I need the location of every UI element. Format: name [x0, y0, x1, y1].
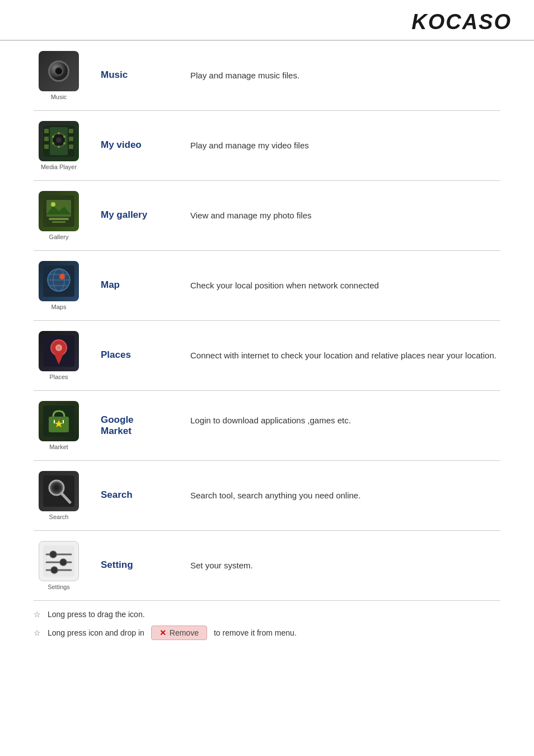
app-info-search: Search Search tool, search anything you … — [101, 489, 500, 502]
settings-icon — [39, 541, 79, 581]
music-name: Music — [101, 69, 174, 81]
list-item[interactable]: Places Places Connect with internet to c… — [34, 321, 500, 391]
search-icon-label: Search — [49, 514, 69, 520]
map-icon — [39, 261, 79, 301]
svg-point-9 — [56, 137, 62, 143]
svg-rect-5 — [69, 137, 73, 141]
footer-note-2: ☆ Long press icon and drop in ✕ Remove t… — [34, 626, 500, 640]
list-item[interactable]: Music Music Play and manage music files. — [34, 41, 500, 111]
music-icon-label: Music — [51, 94, 67, 100]
list-item[interactable]: Settings Setting Set your system. — [34, 531, 500, 601]
app-icon-wrap-gallery: Gallery — [34, 191, 84, 240]
svg-rect-4 — [69, 129, 73, 133]
market-desc: Login to download applications ,games et… — [190, 414, 500, 427]
gallery-icon-label: Gallery — [49, 234, 69, 240]
gallery-icon — [39, 191, 79, 231]
mediaplayer-icon — [39, 121, 79, 161]
svg-rect-1 — [44, 129, 49, 133]
svg-point-10 — [58, 132, 60, 134]
star-icon-2: ☆ — [34, 628, 41, 637]
search-icon — [39, 471, 79, 511]
list-item[interactable]: Media Player My video Play and manage my… — [34, 111, 500, 181]
page-header: KOCASO — [0, 0, 534, 41]
places-icon-label: Places — [49, 374, 68, 380]
app-icon-wrap-search: Search — [34, 471, 84, 520]
footer-notes: ☆ Long press to drag the icon. ☆ Long pr… — [0, 601, 534, 658]
footer-note-1-text: Long press to drag the icon. — [48, 610, 145, 619]
svg-point-13 — [52, 142, 54, 144]
map-name: Map — [101, 279, 174, 291]
footer-note-2-suffix: to remove it from menu. — [214, 628, 297, 637]
settings-desc: Set your system. — [190, 559, 500, 572]
list-item[interactable]: Gallery My gallery View and manage my ph… — [34, 181, 500, 251]
search-name: Search — [101, 489, 174, 501]
app-icon-wrap-market: Market — [34, 401, 84, 450]
app-info-gallery: My gallery View and manage my photo file… — [101, 209, 500, 222]
places-desc: Connect with internet to check your loca… — [190, 349, 500, 362]
app-info-settings: Setting Set your system. — [101, 559, 500, 572]
svg-point-11 — [58, 146, 60, 148]
svg-rect-45 — [43, 545, 74, 577]
map-desc: Check your local position when network c… — [190, 279, 500, 292]
app-icon-wrap-places: Places — [34, 331, 84, 380]
music-desc: Play and manage music files. — [190, 69, 500, 82]
app-info-market: GoogleMarket Login to download applicati… — [101, 414, 500, 437]
gallery-name: My gallery — [101, 209, 174, 221]
settings-icon-label: Settings — [48, 584, 70, 590]
remove-label: Remove — [170, 628, 199, 637]
app-list: Music Music Play and manage music files. — [0, 41, 534, 601]
remove-button[interactable]: ✕ Remove — [151, 626, 207, 640]
footer-note-2-prefix: Long press icon and drop in — [48, 628, 144, 637]
market-name: GoogleMarket — [101, 414, 174, 437]
list-item[interactable]: Search Search Search tool, search anythi… — [34, 461, 500, 531]
svg-point-14 — [63, 136, 65, 138]
svg-rect-2 — [44, 137, 49, 141]
svg-point-19 — [51, 202, 55, 207]
music-icon — [39, 51, 79, 91]
market-icon — [39, 401, 79, 441]
brand-logo: KOCASO — [411, 10, 512, 34]
remove-x-icon: ✕ — [160, 628, 166, 637]
app-icon-wrap-settings: Settings — [34, 541, 84, 590]
market-icon-label: Market — [49, 444, 68, 450]
svg-point-47 — [50, 551, 57, 558]
svg-rect-20 — [49, 218, 69, 220]
svg-rect-21 — [52, 221, 65, 223]
svg-rect-6 — [69, 144, 73, 149]
svg-point-15 — [63, 142, 65, 144]
svg-point-51 — [51, 567, 58, 573]
svg-point-49 — [60, 559, 67, 566]
gallery-desc: View and manage my photo files — [190, 209, 500, 222]
app-info-mediaplayer: My video Play and manage my video files — [101, 139, 500, 152]
app-info-music: Music Play and manage music files. — [101, 69, 500, 82]
footer-note-1: ☆ Long press to drag the icon. — [34, 610, 500, 619]
mediaplayer-name: My video — [101, 139, 174, 151]
map-icon-label: Maps — [51, 304, 67, 310]
mediaplayer-desc: Play and manage my video files — [190, 139, 500, 152]
app-icon-wrap-map: Maps — [34, 261, 84, 310]
list-item[interactable]: Market GoogleMarket Login to download ap… — [34, 391, 500, 461]
search-desc: Search tool, search anything you need on… — [190, 489, 500, 502]
places-icon — [39, 331, 79, 371]
app-icon-wrap-music: Music — [34, 51, 84, 100]
svg-point-34 — [57, 346, 60, 349]
svg-point-12 — [52, 136, 54, 138]
svg-point-44 — [54, 485, 59, 491]
app-info-places: Places Connect with internet to check yo… — [101, 349, 500, 362]
app-info-map: Map Check your local position when netwo… — [101, 279, 500, 292]
app-icon-wrap-mediaplayer: Media Player — [34, 121, 84, 170]
settings-name: Setting — [101, 559, 174, 571]
list-item[interactable]: Maps Map Check your local position when … — [34, 251, 500, 321]
mediaplayer-icon-label: Media Player — [41, 164, 77, 170]
star-icon-1: ☆ — [34, 610, 41, 619]
places-name: Places — [101, 349, 174, 361]
svg-rect-3 — [44, 144, 49, 149]
